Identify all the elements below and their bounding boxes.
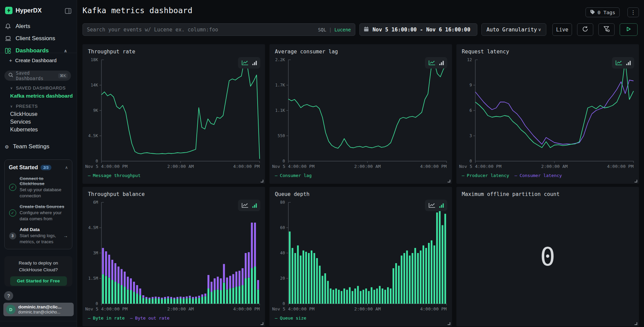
sql-toggle[interactable]: SQL <box>318 27 326 32</box>
get-started-step-3[interactable]: 3 Add Data Start sending logs, metrics, … <box>9 227 68 245</box>
chart-card-request-latency[interactable]: Request latency 036912 Nov 5 4:00:00 PM2… <box>456 44 639 184</box>
sidebar-item-alerts[interactable]: Alerts <box>5 23 72 30</box>
legend-producer-latency[interactable]: —Producer latency <box>462 173 509 178</box>
svg-text:4.5M: 4.5M <box>88 225 98 230</box>
get-started-step-2[interactable]: ✓ Create Data Sources Configure where yo… <box>9 204 68 222</box>
chart-view-toggle[interactable] <box>612 57 634 69</box>
event-search-box[interactable]: SQL | Lucene <box>82 23 355 36</box>
get-started-free-button[interactable]: Get Started for Free <box>10 276 67 286</box>
resize-handle[interactable] <box>635 180 637 182</box>
create-dashboard-button[interactable]: +Create Dashboard <box>9 57 56 63</box>
chart-title: Queue depth <box>275 191 310 197</box>
svg-text:0: 0 <box>283 159 285 164</box>
bar-chart-icon[interactable] <box>439 203 444 208</box>
legend-byte-out-rate[interactable]: —Byte out rate <box>130 316 170 321</box>
chart-legend: —Consumer lag <box>275 173 312 178</box>
bar-chart-icon[interactable] <box>252 203 257 208</box>
more-options-button[interactable]: ⋮ <box>627 7 639 17</box>
legend-byte-in-rate[interactable]: —Byte in rate <box>88 316 125 321</box>
svg-text:80: 80 <box>280 200 285 205</box>
svg-text:12: 12 <box>467 57 472 62</box>
chart-card-queue-depth[interactable]: Queue depth 020406080 Nov 5 4:00:00 PM2:… <box>269 187 452 326</box>
sidebar-item-kubernetes[interactable]: Kubernetes <box>10 127 38 133</box>
user-menu[interactable]: D dominic.tran@clic... dominic.tran@clic… <box>3 303 74 316</box>
svg-text:0: 0 <box>96 159 98 164</box>
sidebar-item-clickhouse[interactable]: ClickHouse <box>10 111 38 117</box>
search-input[interactable] <box>87 27 315 33</box>
sidebar-item-services[interactable]: Services <box>10 119 31 125</box>
sidebar-item-kafka-dashboard[interactable]: Kafka metrics dashboard <box>10 93 73 99</box>
chevron-down-icon: ∨ <box>10 86 13 90</box>
legend-consumer-latency[interactable]: —Consumer latency <box>515 173 562 178</box>
step-title: Connect to ClickHouse <box>20 176 68 186</box>
bar-chart-icon[interactable] <box>626 60 631 66</box>
lang-separator: | <box>329 27 332 32</box>
hyperdx-app: HyperDX Alerts Client Sessions Dashboard… <box>0 0 644 327</box>
sidebar-item-team-settings[interactable]: ⚙ Team Settings <box>5 143 49 150</box>
svg-text:40: 40 <box>280 251 285 255</box>
filter-button[interactable] <box>598 23 615 36</box>
legend-consumer-lag[interactable]: —Consumer lag <box>275 173 312 178</box>
step-desc: Set up your database connection <box>20 187 68 199</box>
page-title: Kafka metrics dashboard <box>82 6 192 15</box>
chart-card-consumer-lag[interactable]: Average consumer lag 05501.1K1.7K2.2K No… <box>269 44 452 184</box>
live-button[interactable]: Live <box>552 23 572 36</box>
chart-plot: 05501.1K1.7K2.2K <box>272 57 449 164</box>
chevron-up-icon[interactable]: ∧ <box>65 165 68 170</box>
svg-text:550: 550 <box>278 133 285 138</box>
shortcut-badge: ⌘K <box>58 73 68 78</box>
granularity-select[interactable]: Auto Granularity ∨ <box>481 23 546 36</box>
presets-section[interactable]: ∨ PRESETS <box>10 104 38 109</box>
svg-text:4.5K: 4.5K <box>88 133 98 138</box>
chart-title: Throughput rate <box>88 49 135 55</box>
resize-handle[interactable] <box>635 322 637 325</box>
resize-handle[interactable] <box>261 180 263 182</box>
line-chart-icon[interactable] <box>428 203 436 208</box>
refresh-icon <box>582 26 588 33</box>
chevron-down-icon: ∨ <box>10 104 13 108</box>
get-started-step-1[interactable]: ✓ Connect to ClickHouse Set up your data… <box>9 176 68 199</box>
lucene-toggle[interactable]: Lucene <box>334 27 351 32</box>
tags-button[interactable]: 0 Tags <box>586 7 620 17</box>
chart-view-toggle[interactable] <box>238 57 260 69</box>
bar-chart-icon[interactable] <box>439 60 444 66</box>
chart-view-toggle[interactable] <box>425 57 447 69</box>
svg-text:1.5M: 1.5M <box>88 276 98 281</box>
help-button[interactable]: ? <box>4 291 13 300</box>
sidebar-item-label: Client Sessions <box>16 35 55 42</box>
legend-queue-size[interactable]: —Queue size <box>275 316 306 321</box>
line-chart-icon[interactable] <box>241 60 249 66</box>
run-query-button[interactable] <box>620 23 638 36</box>
line-chart-icon[interactable] <box>241 203 249 208</box>
sidebar-item-client-sessions[interactable]: Client Sessions <box>5 35 72 42</box>
kebab-icon: ⋮ <box>630 9 636 16</box>
sidebar-collapse-icon[interactable] <box>65 8 71 15</box>
chart-title: Throughput balance <box>88 191 145 197</box>
legend-message-throughput[interactable]: —Message throughput <box>88 173 141 178</box>
resize-handle[interactable] <box>261 322 263 325</box>
svg-text:0: 0 <box>283 301 285 306</box>
svg-text:3: 3 <box>470 133 472 138</box>
x-axis-labels: Nov 5 4:00:00 PM2:00:00 AM4:00:00 PM <box>85 164 260 169</box>
resize-handle[interactable] <box>448 180 450 182</box>
saved-dashboards-section[interactable]: ∨ SAVED DASHBOARDS <box>10 85 66 91</box>
chart-card-throughput-rate[interactable]: Throughput rate 04.5K9K14K18K Nov 5 4:00… <box>82 44 265 184</box>
line-chart-icon[interactable] <box>428 60 436 66</box>
chart-card-throughput-balance[interactable]: Throughput balance 01.5M3M4.5M6M Nov 5 4… <box>82 187 265 326</box>
line-chart-icon[interactable] <box>615 60 623 66</box>
resize-handle[interactable] <box>448 322 450 325</box>
date-range-picker[interactable]: Nov 5 16:00:00 - Nov 6 16:00:00 <box>359 23 477 36</box>
sidebar-item-dashboards[interactable]: Dashboards ∧ <box>5 47 72 54</box>
chart-view-toggle[interactable] <box>425 200 447 211</box>
date-range-value: Nov 5 16:00:00 - Nov 6 16:00:00 <box>373 27 470 33</box>
svg-text:3M: 3M <box>93 251 98 255</box>
chart-view-toggle[interactable] <box>238 200 260 211</box>
brand[interactable]: HyperDX <box>5 7 42 14</box>
step-number-badge: 3 <box>9 232 16 240</box>
avatar: D <box>6 305 16 314</box>
divider <box>0 321 77 321</box>
saved-dashboards-search[interactable]: Saved Dashboards ⌘K <box>4 71 71 81</box>
chart-card-offline-partition-count[interactable]: Maximum offline partition count 0 <box>456 187 639 326</box>
bar-chart-icon[interactable] <box>252 60 257 66</box>
refresh-button[interactable] <box>577 23 593 36</box>
